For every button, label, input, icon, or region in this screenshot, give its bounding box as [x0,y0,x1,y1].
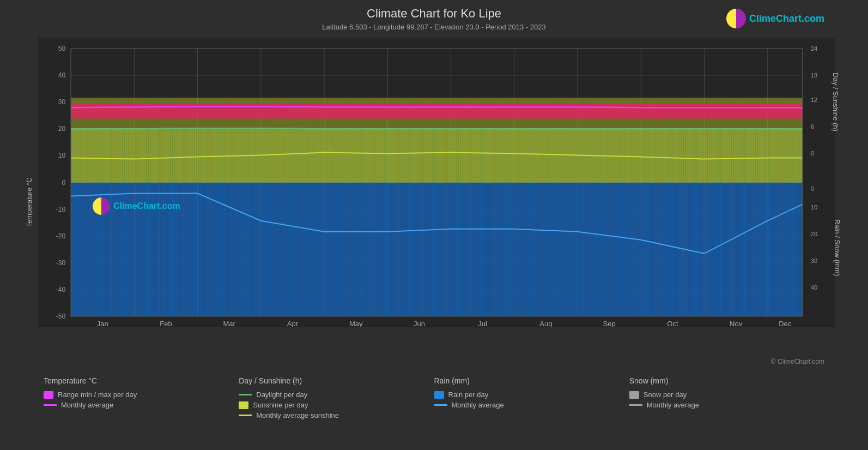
svg-rect-65 [71,103,803,118]
daylight-swatch [239,394,252,395]
svg-rect-59 [71,183,803,316]
chart-area: Day / Sunshine (h) Rain / Snow (mm) 50 4… [38,38,835,329]
sunshine-avg-swatch [239,415,252,416]
svg-text:20: 20 [811,231,817,237]
svg-text:Aug: Aug [539,320,552,327]
svg-text:50: 50 [58,45,66,52]
temp-avg-swatch [44,404,57,406]
copyright: © ClimeChart.com [771,358,824,365]
legend-col-rain: Rain (mm) Rain per day Monthly average [434,376,629,445]
logo-bottom-text: ClimeChart.com [113,201,180,211]
legend-col-sunshine: Day / Sunshine (h) Daylight per day Suns… [239,376,434,445]
svg-text:Jul: Jul [478,320,487,327]
legend-col-temperature: Temperature °C Range min / max per day M… [44,376,239,445]
sunshine-per-day-swatch [239,401,248,409]
legend-rain-title: Rain (mm) [434,376,629,385]
svg-text:24: 24 [811,45,817,52]
svg-text:12: 12 [811,97,817,103]
svg-text:0: 0 [811,185,814,192]
svg-text:40: 40 [58,71,66,79]
svg-text:6: 6 [811,123,814,130]
snow-avg-swatch [629,404,642,406]
legend-temp-avg: Monthly average [44,401,239,409]
svg-text:30: 30 [58,98,66,106]
daylight-label: Daylight per day [256,391,307,399]
temp-range-label: Range min / max per day [58,391,137,399]
chart-container: Climate Chart for Ko Lipe Latitude 6.503… [0,0,868,450]
logo-top-text: ClimeChart.com [749,13,824,25]
rain-avg-swatch [434,404,447,406]
svg-text:Mar: Mar [223,320,236,327]
svg-text:18: 18 [811,72,817,79]
temp-range-swatch [44,391,53,399]
svg-text:Apr: Apr [287,320,299,327]
rain-per-day-swatch [434,391,444,399]
temp-avg-label: Monthly average [61,401,113,409]
legend-rain-per-day: Rain per day [434,391,629,399]
sunshine-per-day-label: Sunshine per day [253,401,308,409]
svg-text:-10: -10 [56,206,66,213]
svg-text:-50: -50 [56,313,66,320]
svg-text:-20: -20 [56,232,66,240]
logo-bottom-left: ClimeChart.com [93,197,180,215]
snow-avg-label: Monthly average [647,401,699,409]
legend-temp-title: Temperature °C [44,376,239,385]
legend-sunshine-title: Day / Sunshine (h) [239,376,434,385]
svg-text:Nov: Nov [730,320,743,327]
snow-per-day-swatch [629,391,639,399]
legend-rain-avg: Monthly average [434,401,629,409]
legend-daylight: Daylight per day [239,391,434,399]
y-axis-right-label-sunshine: Day / Sunshine (h) [832,73,840,131]
logo-icon-top [726,9,746,28]
svg-text:Sep: Sep [603,320,616,327]
y-axis-left-label: Temperature °C [25,177,33,227]
logo-icon-bottom [93,197,110,215]
svg-text:May: May [349,320,363,327]
svg-text:0: 0 [62,179,65,187]
legend-temp-range: Range min / max per day [44,391,239,399]
svg-text:20: 20 [58,125,66,133]
svg-text:-40: -40 [56,286,66,293]
svg-text:-30: -30 [56,259,66,267]
rain-avg-label: Monthly average [452,401,504,409]
svg-text:0: 0 [811,150,814,157]
legend-sunshine-per-day: Sunshine per day [239,401,434,409]
y-axis-right-label-rain: Rain / Snow (mm) [833,219,841,276]
svg-text:30: 30 [811,257,817,264]
main-chart-svg: 50 40 24 30 18 20 12 10 6 0 [38,38,835,327]
svg-text:Dec: Dec [779,320,792,327]
legend-snow-title: Snow (mm) [629,376,824,385]
logo-top-right: ClimeChart.com [726,9,824,28]
svg-text:Jun: Jun [414,320,425,327]
svg-text:Jan: Jan [97,320,108,327]
svg-text:10: 10 [58,152,66,159]
svg-text:40: 40 [811,284,817,291]
legend-col-snow: Snow (mm) Snow per day Monthly average [629,376,824,445]
svg-text:Feb: Feb [160,320,172,327]
snow-per-day-label: Snow per day [644,391,687,399]
rain-per-day-label: Rain per day [448,391,489,399]
svg-text:10: 10 [811,204,817,211]
legend-snow-avg: Monthly average [629,401,824,409]
legend-snow-per-day: Snow per day [629,391,824,399]
sunshine-avg-label: Monthly average sunshine [256,411,339,419]
legend-area: Temperature °C Range min / max per day M… [0,371,868,450]
svg-text:Oct: Oct [667,320,678,327]
legend-sunshine-avg: Monthly average sunshine [239,411,434,419]
